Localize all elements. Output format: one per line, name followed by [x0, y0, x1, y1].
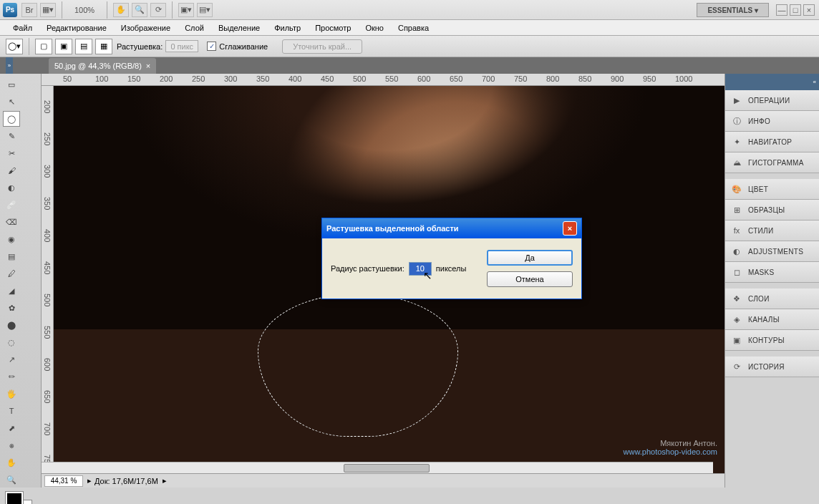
close-button[interactable]: × — [803, 4, 815, 16]
menu-filter[interactable]: Фильтр — [267, 21, 308, 34]
zoom-tool-button[interactable]: 🔍 — [132, 3, 147, 17]
hand-tool-button[interactable]: ✋ — [113, 3, 129, 17]
separator — [172, 1, 173, 19]
color-swatches[interactable] — [3, 492, 38, 504]
arrange-docs-button[interactable]: ▦▾ — [40, 3, 56, 17]
expand-panels-left-icon[interactable]: » — [6, 57, 13, 74]
lasso-tool[interactable]: ◯ — [3, 111, 20, 127]
document-tab-label: 50.jpg @ 44,3% (RGB/8) — [54, 62, 142, 70]
panel-paths[interactable]: ▣КОНТУРЫ — [725, 330, 819, 351]
dialog-titlebar[interactable]: Растушевка выделенной области × — [322, 218, 581, 238]
antialias-checkbox-icon[interactable]: ✓ — [207, 42, 216, 51]
dodge-tool[interactable]: ✿ — [3, 300, 20, 316]
tab-close-icon[interactable]: × — [146, 62, 150, 70]
panel-styles[interactable]: fxСТИЛИ — [725, 220, 819, 241]
heal-tool[interactable]: ◐ — [3, 180, 20, 195]
view-mode-button[interactable]: ▣▾ — [178, 3, 194, 17]
menu-layer[interactable]: Слой — [178, 21, 211, 34]
selection-add-icon[interactable]: ▣ — [55, 39, 72, 54]
histogram-icon: ⛰ — [731, 157, 742, 168]
menu-window[interactable]: Окно — [358, 21, 391, 34]
options-bar: ◯▾ ▢ ▣ ▤ ▦ Растушевка: ✓ Сглаживание Уто… — [0, 36, 819, 57]
info-icon: ⓘ — [731, 115, 742, 127]
panel-histogram[interactable]: ⛰ГИСТОГРАММА — [725, 152, 819, 173]
document-canvas[interactable]: Растушевка выделенной области × Радиус р… — [54, 86, 724, 473]
horizontal-scrollbar[interactable] — [42, 462, 713, 473]
separator — [107, 1, 107, 19]
gradient-tool[interactable]: 🖊 — [3, 266, 20, 281]
panel-actions[interactable]: ▶ОПЕРАЦИИ — [725, 90, 819, 111]
menu-view[interactable]: Просмотр — [308, 21, 358, 34]
panel-layers[interactable]: ❖СЛОИ — [725, 289, 819, 309]
zoom-level-header[interactable]: 100% — [67, 6, 102, 14]
marquee-tool[interactable]: ↖ — [3, 94, 20, 110]
lasso-preset-icon[interactable]: ◯▾ — [6, 39, 23, 54]
text-tool[interactable]: T — [3, 403, 20, 419]
menu-select[interactable]: Выделение — [211, 21, 267, 34]
grid-icon: ⊞ — [731, 204, 742, 215]
minimize-button[interactable]: — — [776, 4, 788, 16]
dialog-title: Растушевка выделенной области — [326, 224, 459, 233]
selection-new-icon[interactable]: ▢ — [35, 39, 52, 54]
history-brush-tool[interactable]: ◉ — [3, 231, 20, 247]
compass-icon: ✦ — [731, 136, 742, 147]
panel-masks[interactable]: ◻MASKS — [725, 262, 819, 283]
document-tab[interactable]: 50.jpg @ 44,3% (RGB/8) × — [49, 58, 156, 74]
type-tool[interactable]: ◌ — [3, 334, 20, 350]
panel-navigator[interactable]: ✦НАВИГАТОР — [725, 132, 819, 152]
hand-tool[interactable]: ✋ — [3, 455, 20, 470]
canvas-area: 50100 150200 250300 350400 450500 550600… — [42, 74, 724, 488]
3d-tool[interactable]: 🖐 — [3, 386, 20, 402]
feather-input[interactable] — [165, 40, 198, 52]
panel-swatches[interactable]: ⊞ОБРАЗЦЫ — [725, 200, 819, 220]
wand-tool[interactable]: ✎ — [3, 128, 20, 144]
antialias-option[interactable]: ✓ Сглаживание — [207, 42, 268, 51]
foreground-swatch[interactable] — [6, 492, 23, 504]
crop-tool[interactable]: ✂ — [3, 145, 20, 161]
blur-tool[interactable]: ◢ — [3, 283, 20, 299]
ok-button[interactable]: Да — [487, 250, 573, 266]
panel-color[interactable]: 🎨ЦВЕТ — [725, 179, 819, 200]
menu-image[interactable]: Изображение — [114, 21, 178, 34]
zoom-tool[interactable]: 🔍 — [3, 472, 20, 488]
maximize-button[interactable]: □ — [790, 4, 801, 16]
play-icon: ▶ — [731, 94, 742, 106]
eyedropper-tool[interactable]: 🖌 — [3, 163, 20, 178]
panel-info[interactable]: ⓘИНФО — [725, 111, 819, 132]
panel-history[interactable]: ⟳ИСТОРИЯ — [725, 357, 819, 377]
screen-mode-button[interactable]: ▤▾ — [197, 3, 213, 17]
stamp-tool[interactable]: ⌫ — [3, 214, 20, 230]
selection-intersect-icon[interactable]: ▦ — [95, 39, 112, 54]
feather-dialog: Растушевка выделенной области × Радиус р… — [321, 218, 582, 299]
path-select-tool[interactable]: ↗ — [3, 352, 20, 367]
palette-icon: 🎨 — [731, 183, 742, 195]
rotate-view-button[interactable]: ⟳ — [150, 3, 166, 17]
shape-tool[interactable]: ✏ — [3, 369, 20, 384]
horizontal-ruler: 50100 150200 250300 350400 450500 550600… — [42, 74, 724, 86]
window-controls: — □ × — [776, 4, 815, 16]
brush-tool[interactable]: 🩹 — [3, 197, 20, 213]
zoom-input[interactable] — [44, 475, 83, 487]
panel-adjustments[interactable]: ◐ADJUSTMENTS — [725, 241, 819, 262]
custom-shape-tool[interactable]: ⎈ — [3, 437, 20, 453]
status-bar: ▸ Док: 17,6M/17,6M ▸ — [42, 473, 724, 488]
radius-input[interactable] — [409, 262, 432, 276]
radius-units: пикселы — [436, 264, 467, 273]
adjust-icon: ◐ — [731, 246, 742, 257]
menu-edit[interactable]: Редактирование — [39, 21, 114, 34]
refine-edge-button[interactable]: Уточнить край... — [282, 39, 362, 54]
expand-panels-right-icon[interactable]: « — [725, 74, 819, 90]
pen-tool[interactable]: ⬤ — [3, 317, 20, 333]
workspace-switcher[interactable]: ESSENTIALS ▾ — [697, 3, 769, 17]
cancel-button[interactable]: Отмена — [487, 271, 573, 287]
panel-channels[interactable]: ◈КАНАЛЫ — [725, 309, 819, 330]
selection-subtract-icon[interactable]: ▤ — [75, 39, 92, 54]
dialog-close-icon[interactable]: × — [563, 221, 577, 236]
bridge-button[interactable]: Br — [21, 3, 37, 17]
toolbox: ▭ ↖ ◯ ✎ ✂ 🖌 ◐ 🩹 ⌫ ◉ ▤ 🖊 ◢ ✿ ⬤ ◌ ↗ ✏ 🖐 T … — [0, 74, 42, 488]
move-tool[interactable]: ▭ — [3, 77, 20, 92]
eraser-tool[interactable]: ▤ — [3, 248, 20, 264]
menu-help[interactable]: Справка — [391, 21, 436, 34]
direct-select-tool[interactable]: ⬈ — [3, 420, 20, 436]
menu-file[interactable]: Файл — [6, 21, 39, 34]
